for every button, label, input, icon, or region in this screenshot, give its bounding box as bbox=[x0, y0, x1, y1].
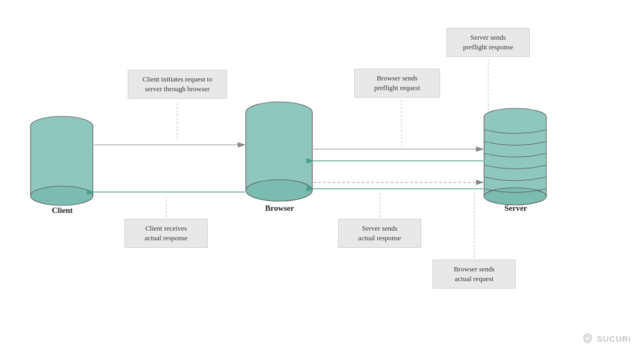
tooltip-client-receives: Client receivesactual response bbox=[125, 219, 208, 248]
client-label: Client bbox=[41, 206, 84, 215]
browser-label: Browser bbox=[255, 204, 304, 213]
svg-point-8 bbox=[31, 186, 93, 205]
svg-rect-15 bbox=[484, 117, 546, 196]
server-label: Server bbox=[495, 204, 537, 213]
svg-point-13 bbox=[246, 180, 312, 201]
tooltip-client-initiates: Client initiates request to server throu… bbox=[128, 70, 227, 99]
tooltip-browser-actual-req: Browser sendsactual request bbox=[433, 260, 516, 289]
diagram-container: Client initiates request to server throu… bbox=[0, 0, 644, 354]
svg-rect-5 bbox=[31, 126, 93, 196]
svg-rect-10 bbox=[246, 113, 312, 190]
sucuri-text: SUCURi bbox=[597, 334, 631, 343]
tooltip-server-actual-resp: Server sendsactual response bbox=[338, 219, 421, 248]
tooltip-browser-preflight-req: Browser sendspreflight request bbox=[354, 69, 440, 98]
tooltip-server-preflight-resp: Server sendspreflight response bbox=[447, 28, 530, 57]
svg-point-18 bbox=[484, 188, 546, 205]
sucuri-logo-icon bbox=[582, 333, 594, 344]
sucuri-watermark: SUCURi bbox=[582, 333, 631, 344]
